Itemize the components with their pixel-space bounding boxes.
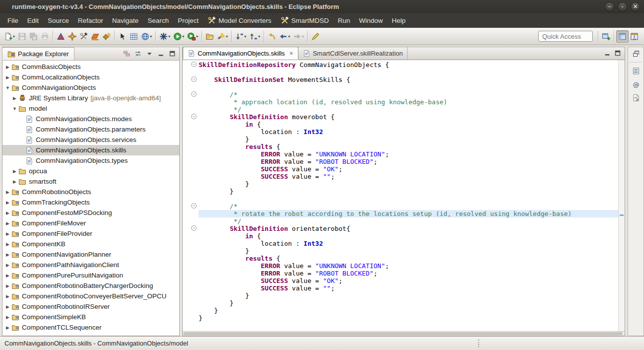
code-line[interactable]: − SkillDefinition orientaterobot{ xyxy=(183,225,618,232)
run-button[interactable]: ▾ xyxy=(172,30,186,43)
tree-collapsed-arrow-icon[interactable]: ▶ xyxy=(4,242,11,247)
menu-search[interactable]: Search xyxy=(143,13,173,28)
code-line[interactable]: ERROR value = "ROBOT BLOCKED"; xyxy=(183,270,618,277)
new-button[interactable]: ▾ xyxy=(2,30,16,43)
quick-access-input[interactable] xyxy=(538,31,593,42)
code-line[interactable]: } xyxy=(183,136,618,143)
search-flashlight-button[interactable]: ▾ xyxy=(215,30,229,43)
menu-source[interactable]: Source xyxy=(43,13,73,28)
perspective-java-button[interactable] xyxy=(629,30,640,43)
fold-collapse-icon[interactable]: − xyxy=(191,114,197,119)
tree-collapsed-arrow-icon[interactable]: ▶ xyxy=(11,169,18,174)
code-line[interactable]: location : Int32 xyxy=(183,240,618,247)
tree-collapsed-arrow-icon[interactable]: ▶ xyxy=(11,96,18,101)
tree-item-componentfileprovider[interactable]: ▶ComponentFileProvider xyxy=(2,228,179,239)
collapse-all-button[interactable] xyxy=(122,50,131,58)
perspective-modeling-button[interactable] xyxy=(616,30,629,43)
tree-collapsed-arrow-icon[interactable]: ▶ xyxy=(4,304,11,309)
tree-collapsed-arrow-icon[interactable]: ▶ xyxy=(4,315,11,320)
tree-collapsed-arrow-icon[interactable]: ▶ xyxy=(4,231,11,236)
menu-edit[interactable]: Edit xyxy=(23,13,43,28)
code-line[interactable]: ERROR value = "UNKNOWN LOCATION"; xyxy=(183,262,618,270)
tree-collapsed-arrow-icon[interactable]: ▶ xyxy=(4,252,11,257)
javadoc-view-button[interactable]: @ xyxy=(631,79,642,89)
menu-navigate[interactable]: Navigate xyxy=(108,13,143,28)
code-line[interactable]: in { xyxy=(183,121,618,128)
view-menu-button[interactable] xyxy=(145,50,154,58)
tree-item-commnavigationobjects-modes[interactable]: CommNavigationObjects.modes xyxy=(2,114,179,124)
code-line[interactable]: ERROR value = "ROBOT BLOCKED"; xyxy=(183,158,618,165)
tree-collapsed-arrow-icon[interactable]: ▶ xyxy=(4,75,11,80)
fold-collapse-icon[interactable]: − xyxy=(191,76,197,82)
tree-item-commnavigationobjects-skills[interactable]: CommNavigationObjects.skills xyxy=(2,145,179,155)
new-wizard-button[interactable]: ▾ xyxy=(158,30,172,43)
select-cursor-button[interactable] xyxy=(117,30,128,43)
tree-item-commnavigationobjects-services[interactable]: CommNavigationObjects.services xyxy=(2,135,179,145)
tree-item-commlocalizationobjects[interactable]: ▶CommLocalizationObjects xyxy=(2,72,179,82)
tree-item-commbasicobjects[interactable]: ▶CommBasicObjects xyxy=(2,62,179,72)
package-explorer-view-tab[interactable]: Package Explorer xyxy=(2,47,74,60)
generators-gear-star-button[interactable] xyxy=(101,30,112,43)
code-line[interactable]: −SkillDefinitionRepository CommNavigatio… xyxy=(183,61,618,69)
tree-item-componentpathnavigationclient[interactable]: ▶ComponentPathNavigationClient xyxy=(2,260,179,270)
tree-item-jre-system-library[interactable]: ▶JRE System Library[java-8-openjdk-amd64… xyxy=(2,93,179,103)
code-line[interactable]: * rotate the robot according to the loca… xyxy=(183,210,618,217)
menu-help[interactable]: Help xyxy=(387,13,410,28)
tree-collapsed-arrow-icon[interactable]: ▶ xyxy=(4,283,11,288)
tree-item-commnavigationobjects[interactable]: ▼CommNavigationObjects xyxy=(2,82,179,93)
maximize-button[interactable] xyxy=(168,50,177,58)
code-line[interactable]: SUCCESS value = "OK"; xyxy=(183,277,618,284)
tree-item-componentrobotinobatterychargerdocking[interactable]: ▶ComponentRobotinoBatteryChargerDocking xyxy=(2,280,179,291)
menu-project[interactable]: Project xyxy=(173,13,203,28)
menu-model-converters[interactable]: Model Converters xyxy=(203,13,276,28)
code-line[interactable]: } xyxy=(183,188,618,195)
editor-maximize-button[interactable] xyxy=(613,49,622,57)
fold-collapse-icon[interactable]: − xyxy=(191,62,197,67)
tab-close-icon[interactable]: ✕ xyxy=(289,51,293,56)
fold-collapse-icon[interactable]: − xyxy=(191,225,197,231)
code-line[interactable]: } xyxy=(183,314,618,322)
menu-file[interactable]: File xyxy=(3,13,23,28)
outline-view-button[interactable] xyxy=(631,66,642,76)
restore-button[interactable] xyxy=(631,49,642,59)
tree-expanded-arrow-icon[interactable]: ▼ xyxy=(11,106,18,111)
code-line[interactable]: * approach location (id, resolved using … xyxy=(183,98,618,106)
code-line[interactable]: } xyxy=(183,247,618,255)
tree-item-componenttclsequencer[interactable]: ▶ComponentTCLSequencer xyxy=(2,322,179,333)
tree-collapsed-arrow-icon[interactable]: ▶ xyxy=(4,263,11,268)
tree-expanded-arrow-icon[interactable]: ▼ xyxy=(4,85,11,90)
tree-item-componentfilemover[interactable]: ▶ComponentFileMover xyxy=(2,218,179,228)
code-line[interactable]: SUCCESS value = ""; xyxy=(183,284,618,292)
external-tools-button[interactable]: ▾ xyxy=(186,30,200,43)
open-perspective-button[interactable] xyxy=(600,30,612,43)
tree-collapsed-arrow-icon[interactable]: ▶ xyxy=(4,325,11,330)
tree-collapsed-arrow-icon[interactable]: ▶ xyxy=(4,190,11,195)
window-minimize-button[interactable]: – xyxy=(605,2,614,11)
code-line[interactable]: } xyxy=(183,292,618,299)
fold-collapse-icon[interactable]: − xyxy=(191,203,197,209)
back-button[interactable]: ▾ xyxy=(278,30,291,43)
tree-item-componentfestompsdocking[interactable]: ▶ComponentFestoMPSDocking xyxy=(2,208,179,218)
validate-triangle-button[interactable] xyxy=(55,30,67,43)
code-line[interactable]: location : Int32 xyxy=(183,128,618,136)
declaration-view-button[interactable] xyxy=(631,93,642,103)
tree-item-commrobotinoobjects[interactable]: ▶CommRobotinoObjects xyxy=(2,187,179,197)
menu-smartmdsd[interactable]: SmartMDSD xyxy=(276,13,334,28)
editor-minimize-button[interactable] xyxy=(603,49,612,57)
tree-item-componentrobotinoconveyerbeltserver-opcu[interactable]: ▶ComponentRobotinoConveyerBeltServer_OPC… xyxy=(2,291,179,301)
code-line[interactable] xyxy=(183,83,618,91)
code-line[interactable]: */ xyxy=(183,106,618,113)
tree-item-commnavigationobjects-types[interactable]: CommNavigationObjects.types xyxy=(2,155,179,166)
tree-item-commnavigationobjects-parameters[interactable]: CommNavigationObjects.parameters xyxy=(2,124,179,135)
tree-collapsed-arrow-icon[interactable]: ▶ xyxy=(4,200,11,205)
editor-tab-smartcdlserver-skillrealization[interactable]: SmartCdlServer.skillRealization xyxy=(298,47,408,60)
tree-collapsed-arrow-icon[interactable]: ▶ xyxy=(4,210,11,215)
menu-refactor[interactable]: Refactor xyxy=(73,13,108,28)
window-maximize-button[interactable]: ▫ xyxy=(618,2,627,11)
next-annotation-button[interactable]: ▾ xyxy=(234,30,248,43)
code-line[interactable] xyxy=(183,69,618,76)
tree-item-componentnavigationplanner[interactable]: ▶ComponentNavigationPlanner xyxy=(2,249,179,260)
code-line[interactable]: */ xyxy=(183,217,618,225)
scrollbar-thumb[interactable] xyxy=(183,332,623,335)
code-line[interactable]: − /* xyxy=(183,203,618,210)
